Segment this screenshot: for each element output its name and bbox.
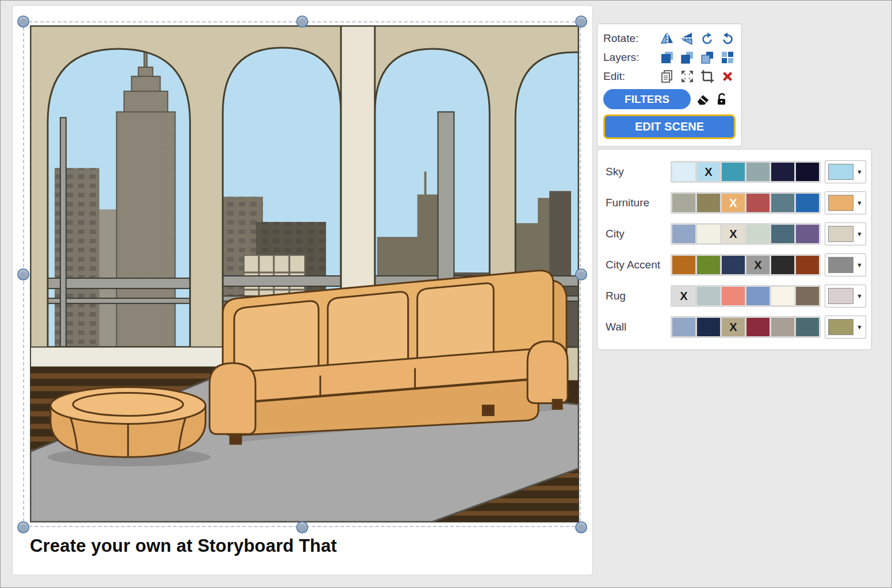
- color-swatch[interactable]: [746, 194, 770, 212]
- chevron-down-icon: ▼: [856, 168, 863, 175]
- rotate-counterclockwise-icon[interactable]: [700, 32, 714, 45]
- color-swatch[interactable]: [697, 256, 720, 274]
- color-swatch[interactable]: [746, 163, 770, 181]
- color-swatch[interactable]: [796, 225, 819, 243]
- selection-handle-middle-left[interactable]: [17, 268, 29, 280]
- color-dropdown[interactable]: ▼: [825, 222, 866, 245]
- scene-image[interactable]: [30, 25, 579, 522]
- color-swatch[interactable]: [771, 163, 794, 181]
- filters-row: FILTERS: [603, 89, 736, 109]
- layers-row: Layers:: [603, 48, 736, 67]
- color-swatch[interactable]: [746, 318, 770, 336]
- edit-row: Edit:: [603, 67, 736, 86]
- color-swatch[interactable]: [722, 256, 745, 274]
- swatch-strip: X: [671, 254, 821, 276]
- edit-scene-button[interactable]: EDIT SCENE: [603, 114, 736, 139]
- selection-handle-bottom-right[interactable]: [575, 521, 587, 533]
- color-swatch[interactable]: X: [697, 163, 720, 181]
- flip-horizontal-icon[interactable]: [660, 32, 674, 45]
- color-swatch[interactable]: [796, 194, 819, 212]
- color-swatch[interactable]: [796, 287, 819, 305]
- color-swatch[interactable]: [746, 225, 770, 243]
- color-swatch[interactable]: [796, 163, 819, 181]
- send-to-back-icon[interactable]: [721, 51, 734, 64]
- color-swatch[interactable]: [771, 194, 794, 212]
- color-swatch[interactable]: [771, 318, 794, 336]
- selection-handle-top-left[interactable]: [17, 16, 29, 28]
- color-row-label: Rug: [603, 290, 671, 302]
- color-swatch[interactable]: [796, 318, 819, 336]
- selection-handle-bottom-left[interactable]: [17, 521, 29, 533]
- color-swatch[interactable]: [672, 318, 695, 336]
- color-swatch[interactable]: [697, 225, 720, 243]
- color-swatch[interactable]: [672, 194, 695, 212]
- lock-open-icon[interactable]: [715, 93, 729, 106]
- color-swatch[interactable]: [672, 256, 695, 274]
- color-dropdown[interactable]: ▼: [825, 253, 866, 276]
- resize-icon[interactable]: [680, 70, 694, 83]
- color-swatch[interactable]: [697, 287, 720, 305]
- color-row-city-accent: City AccentX▼: [603, 251, 866, 279]
- swatch-strip: X: [671, 223, 821, 245]
- swatch-strip: X: [671, 161, 821, 183]
- tool-panel: Rotate: Layers:: [597, 24, 742, 147]
- delete-icon[interactable]: [721, 70, 734, 83]
- color-swatch[interactable]: [771, 287, 794, 305]
- selection-handle-top-right[interactable]: [575, 16, 587, 28]
- crop-icon[interactable]: [700, 70, 714, 83]
- dropdown-swatch: [828, 288, 853, 304]
- color-swatch[interactable]: X: [722, 225, 745, 243]
- color-rows: SkyX▼FurnitureX▼CityX▼City AccentX▼RugX▼…: [603, 157, 866, 341]
- edit-label: Edit:: [603, 70, 649, 83]
- dropdown-swatch: [828, 319, 853, 335]
- color-swatch[interactable]: [796, 256, 819, 274]
- send-backward-icon[interactable]: [700, 51, 714, 64]
- color-swatch[interactable]: X: [746, 256, 770, 274]
- canvas-caption: Create your own at Storyboard That: [30, 536, 337, 556]
- color-swatch[interactable]: X: [722, 318, 745, 336]
- color-row-label: Sky: [603, 166, 671, 178]
- color-swatch[interactable]: X: [672, 287, 695, 305]
- scene-color-panel: SkyX▼FurnitureX▼CityX▼City AccentX▼RugX▼…: [597, 149, 872, 350]
- color-dropdown[interactable]: ▼: [825, 316, 866, 339]
- color-swatch[interactable]: [697, 194, 720, 212]
- filters-button[interactable]: FILTERS: [603, 89, 691, 109]
- canvas-card: Create your own at Storyboard That: [12, 5, 593, 575]
- color-dropdown[interactable]: ▼: [825, 285, 866, 308]
- bring-to-front-icon[interactable]: [660, 51, 674, 64]
- selection-handle-middle-right[interactable]: [575, 268, 587, 280]
- color-dropdown[interactable]: ▼: [825, 160, 866, 183]
- color-row-city: CityX▼: [603, 220, 866, 248]
- swatch-strip: X: [671, 285, 821, 307]
- color-dropdown[interactable]: ▼: [825, 191, 866, 214]
- color-row-rug: RugX▼: [603, 282, 866, 310]
- selection-handle-bottom-center[interactable]: [296, 521, 308, 533]
- color-row-label: City: [603, 228, 671, 240]
- bring-forward-icon[interactable]: [680, 51, 694, 64]
- color-swatch[interactable]: X: [722, 194, 745, 212]
- chevron-down-icon: ▼: [856, 262, 863, 268]
- color-swatch[interactable]: [746, 287, 770, 305]
- flip-vertical-icon[interactable]: [680, 32, 694, 45]
- color-swatch[interactable]: [697, 318, 720, 336]
- copy-icon[interactable]: [660, 70, 674, 83]
- color-swatch[interactable]: [771, 256, 794, 274]
- chevron-down-icon: ▼: [856, 324, 863, 330]
- swatch-strip: X: [671, 316, 821, 338]
- rotate-row: Rotate:: [603, 29, 736, 48]
- layers-label: Layers:: [603, 51, 649, 64]
- color-swatch[interactable]: [771, 225, 794, 243]
- dropdown-swatch: [828, 257, 853, 273]
- scene-illustration: [30, 26, 579, 522]
- eraser-icon[interactable]: [696, 93, 710, 106]
- chevron-down-icon: ▼: [856, 230, 863, 237]
- color-swatch[interactable]: [722, 163, 745, 181]
- editor-root: Create your own at Storyboard That Rotat…: [0, 0, 892, 588]
- dropdown-swatch: [828, 164, 853, 180]
- color-swatch[interactable]: [672, 163, 695, 181]
- color-swatch[interactable]: [722, 287, 745, 305]
- rotate-clockwise-icon[interactable]: [721, 32, 734, 45]
- chevron-down-icon: ▼: [856, 293, 863, 299]
- color-swatch[interactable]: [672, 225, 695, 243]
- selection-handle-top-center[interactable]: [296, 16, 308, 28]
